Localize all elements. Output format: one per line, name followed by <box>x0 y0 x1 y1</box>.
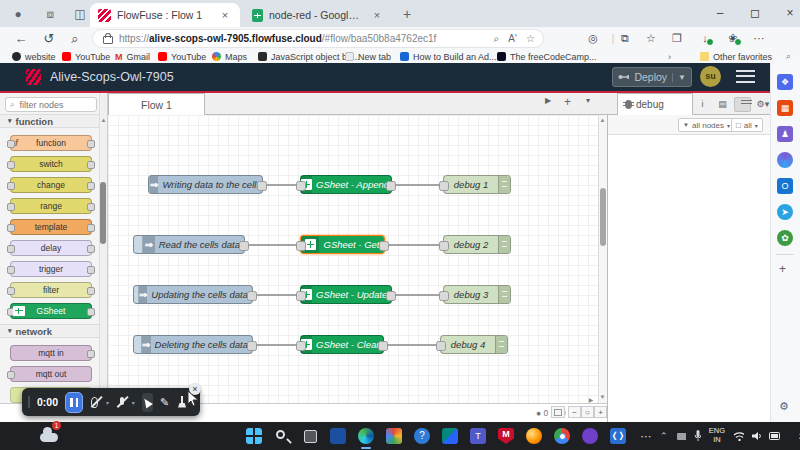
palette-node-mqtt-out[interactable]: mqtt out <box>10 366 92 382</box>
language-indicator[interactable]: ENGIN <box>709 427 725 444</box>
mic-menu-caret[interactable]: ▾ <box>132 399 135 406</box>
camera-off-icon[interactable] <box>90 396 99 409</box>
other-favorites[interactable]: Other favorites <box>700 50 772 63</box>
profile-icon[interactable]: ● <box>10 6 26 22</box>
debug-node[interactable]: debug 1 <box>443 175 511 194</box>
add-flow-button[interactable]: + <box>564 95 571 109</box>
user-avatar[interactable]: su <box>700 66 721 87</box>
browser-essentials-icon[interactable]: ❀ <box>724 29 742 47</box>
palette-scroll-up-icon[interactable]: ▲ <box>99 117 108 123</box>
eraser-tool-icon[interactable] <box>176 396 184 409</box>
shopping-icon[interactable]: ❖ <box>777 74 793 90</box>
bookmark-freecodecamp[interactable]: The freeCodeCamp... <box>497 50 597 63</box>
sidebar-toggle-icon[interactable]: ▶ <box>586 396 596 403</box>
messenger-icon[interactable]: ➤ <box>777 204 793 220</box>
flow-canvas[interactable]: ⇒ Writing data to the cells GSheet - App… <box>108 115 598 403</box>
navigator-button[interactable] <box>551 406 565 418</box>
debug-node[interactable]: debug 4 <box>440 335 508 354</box>
palette-node-gsheet[interactable]: GSheet <box>10 303 92 319</box>
help-tab-icon[interactable]: ▤ <box>714 97 731 112</box>
workspaces-icon[interactable]: ⧈ <box>42 6 58 22</box>
address-bar[interactable]: https://alive-scops-owl-7905.flowfuse.cl… <box>92 29 544 48</box>
main-menu-icon[interactable] <box>736 70 755 83</box>
metamask-icon[interactable] <box>554 29 572 47</box>
inject-button[interactable] <box>134 236 143 253</box>
taskbar-overflow-icon[interactable]: ⋯ <box>638 428 654 444</box>
browser-tab-sheets[interactable]: node-red - Google Sheets × <box>244 3 392 27</box>
debug-toggle-button[interactable] <box>495 336 507 353</box>
palette-node-mqtt-in[interactable]: mqtt in <box>10 345 92 361</box>
edge-taskbar-icon[interactable] <box>358 428 374 444</box>
extension-icon[interactable]: ◎ <box>584 29 602 47</box>
office-app-icon[interactable] <box>386 428 402 444</box>
tab-close-icon[interactable]: × <box>370 9 384 21</box>
palette-node-range[interactable]: range <box>10 198 92 214</box>
flow-tab[interactable]: Flow 1 <box>108 93 205 115</box>
chrome-icon[interactable] <box>554 428 570 444</box>
info-tab-icon[interactable]: i <box>694 97 711 112</box>
palette-scroll-thumb[interactable] <box>100 182 106 244</box>
bookmark-website[interactable]: website <box>12 50 56 63</box>
clock[interactable]: 17:5820-06-2024 <box>788 420 800 450</box>
tab-actions-icon[interactable]: ◫ <box>72 6 88 22</box>
start-button[interactable] <box>246 428 262 444</box>
back-icon[interactable]: ← <box>12 30 30 48</box>
inject-node[interactable]: ⇒ Updating the cells data <box>133 285 253 304</box>
drag-handle[interactable] <box>28 396 30 408</box>
rail-add-icon[interactable]: + <box>779 262 786 276</box>
copilot-icon[interactable] <box>776 29 794 47</box>
minimize-button[interactable]: – <box>705 0 735 26</box>
split-screen-icon[interactable]: ⧉ <box>616 29 634 47</box>
palette-category-function[interactable]: ▾function <box>0 114 99 128</box>
gsheet-get-node-selected[interactable]: GSheet - Get <box>300 235 385 254</box>
flow-list-icon[interactable]: ▾ <box>586 96 590 105</box>
bookmarks-overflow-icon[interactable]: › <box>668 50 671 63</box>
scroll-down-icon[interactable]: ▼ <box>598 394 607 400</box>
palette-search-input[interactable] <box>17 99 91 111</box>
tray-mic-icon[interactable] <box>694 430 701 442</box>
pause-button[interactable] <box>65 392 83 413</box>
deploy-button[interactable]: Deploy ▼ <box>612 67 692 87</box>
palette-node-function[interactable]: ffunction <box>10 135 92 151</box>
scroll-up-icon[interactable]: ▲ <box>598 117 607 123</box>
outlook-icon[interactable]: O <box>777 178 793 194</box>
debug-node[interactable]: debug 3 <box>443 285 511 304</box>
bookmarks-search-icon[interactable]: ⌕ <box>786 50 791 63</box>
meet-icon[interactable] <box>442 428 458 444</box>
pencil-tool-icon[interactable]: ✎ <box>160 396 169 409</box>
palette-node-delay[interactable]: delay <box>10 240 92 256</box>
zoom-in-button[interactable]: + <box>594 406 607 418</box>
teams-icon[interactable]: T <box>470 428 486 444</box>
zoom-search-icon[interactable]: ⌕ <box>494 33 500 45</box>
firefox-icon[interactable] <box>526 428 542 444</box>
rail-settings-icon[interactable]: ⚙ <box>779 400 789 413</box>
mic-off-icon[interactable] <box>116 396 125 409</box>
wifi-icon[interactable] <box>733 431 744 441</box>
bookmark-how-to-build[interactable]: How to Build an Ad... <box>400 50 497 63</box>
new-tab-button[interactable]: + <box>398 5 416 23</box>
palette-scrollbar[interactable] <box>99 93 107 403</box>
debug-node[interactable]: debug 2 <box>443 235 511 254</box>
debug-filter-button[interactable]: ▼all nodes▾ <box>678 118 735 132</box>
browser-tab-flowfuse[interactable]: FlowFuse : Flow 1 × <box>90 3 240 27</box>
restore-button[interactable]: ◻ <box>740 0 770 26</box>
cursor-tool-button[interactable] <box>142 393 153 412</box>
favorites-icon[interactable]: ☆ <box>642 29 660 47</box>
read-aloud-icon[interactable]: Aʻ <box>508 33 517 44</box>
deploy-caret-icon[interactable]: ▼ <box>672 73 686 82</box>
tab-scroll-icon[interactable]: ▶ <box>545 96 551 105</box>
plant-app-icon[interactable]: ✿ <box>777 230 793 246</box>
inject-node[interactable]: ⇒ Deleting the cells data <box>133 335 253 354</box>
debug-toggle-button[interactable] <box>498 236 510 253</box>
mcafee-icon[interactable]: M <box>498 428 514 444</box>
debug-trash-button[interactable]: □all▾ <box>731 118 763 132</box>
weather-widget[interactable]: 1 <box>40 425 58 442</box>
inject-node[interactable]: ⇒ Read the cells data <box>133 235 245 254</box>
canvas-vscroll-thumb[interactable] <box>600 188 606 246</box>
debug-toggle-button[interactable] <box>498 176 510 193</box>
games-toolbox-icon[interactable]: ▦ <box>777 100 793 116</box>
palette-node-switch[interactable]: switch <box>10 156 92 172</box>
app-tile-icon[interactable] <box>330 428 346 444</box>
home-search-icon[interactable]: ⌕ <box>66 30 84 48</box>
sidebar-tab-debug[interactable]: debug <box>617 93 693 115</box>
